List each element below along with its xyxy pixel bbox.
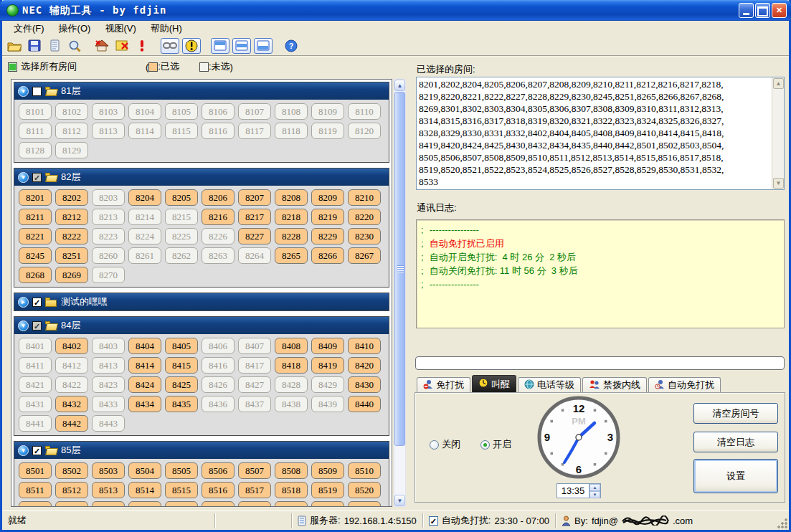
room-button[interactable]: 8505 (165, 462, 198, 479)
open-folder-icon[interactable] (6, 38, 23, 54)
room-button[interactable]: 8111 (19, 123, 52, 139)
room-button[interactable]: 8213 (92, 209, 125, 225)
room-button[interactable]: 8261 (128, 247, 161, 264)
room-panel-scrollbar[interactable]: ▲ ▼ (394, 79, 406, 507)
room-button[interactable]: 8218 (275, 209, 308, 225)
room-button[interactable]: 8508 (275, 462, 308, 479)
room-button[interactable]: 8434 (128, 396, 161, 412)
menu-view[interactable]: 视图(V) (98, 21, 143, 37)
room-button[interactable]: 8118 (275, 123, 308, 139)
room-button[interactable]: 8108 (275, 103, 308, 120)
room-button[interactable]: 8403 (92, 338, 125, 354)
clear-rooms-button[interactable]: 清空房间号 (693, 403, 778, 424)
selected-rooms-scrollbar[interactable]: ▲ ▼ (772, 77, 784, 189)
room-button[interactable]: 8201 (19, 189, 52, 206)
room-button[interactable]: 8208 (275, 189, 308, 206)
room-button[interactable]: 8119 (311, 123, 344, 139)
room-button[interactable]: 8442 (55, 415, 88, 432)
room-button[interactable]: 8440 (348, 396, 381, 412)
room-button[interactable]: 8425 (165, 376, 198, 393)
home-clear-icon[interactable] (93, 38, 110, 54)
comm-log-box[interactable]: ;----------------;自动免打扰已启用;自动开启免打扰: 4 时 … (416, 219, 785, 328)
room-button[interactable]: 8204 (128, 189, 161, 206)
room-button[interactable]: 8503 (92, 462, 125, 479)
room-button[interactable]: 8401 (19, 338, 52, 354)
search-icon[interactable] (66, 38, 83, 54)
room-button[interactable]: 8115 (165, 123, 198, 139)
room-button[interactable]: 8407 (238, 338, 271, 354)
room-button[interactable]: 8110 (348, 103, 381, 120)
room-button[interactable]: 8103 (92, 103, 125, 120)
room-button[interactable]: 8423 (92, 376, 125, 393)
room-button[interactable]: 8415 (165, 357, 198, 374)
room-button[interactable]: 8424 (128, 376, 161, 393)
room-button[interactable]: 8435 (165, 396, 198, 412)
note-clear-icon[interactable] (113, 38, 131, 54)
room-button[interactable]: 8219 (311, 209, 344, 225)
room-button[interactable]: 8251 (55, 247, 88, 264)
room-button[interactable]: 8443 (92, 415, 125, 432)
clear-log-button[interactable]: 清空日志 (693, 432, 778, 452)
room-button[interactable]: 8107 (238, 103, 271, 120)
tab-level[interactable]: 电话等级 (518, 377, 581, 392)
room-button[interactable]: 8417 (238, 357, 271, 374)
room-button[interactable]: 8438 (275, 396, 308, 412)
room-button[interactable]: 8269 (55, 267, 88, 283)
spin-down-button[interactable]: ▼ (589, 491, 600, 498)
room-button[interactable]: 8510 (348, 462, 381, 479)
room-button[interactable]: 8502 (55, 462, 88, 479)
room-button[interactable]: 8530 (348, 501, 381, 507)
room-button[interactable]: 8406 (202, 338, 235, 354)
spin-up-button[interactable]: ▲ (589, 484, 600, 491)
room-button[interactable]: 8523 (92, 501, 125, 507)
room-button[interactable]: 8519 (311, 482, 344, 498)
room-button[interactable]: 8512 (55, 482, 88, 498)
menu-help[interactable]: 帮助(H) (143, 21, 189, 37)
room-button[interactable]: 8263 (202, 247, 235, 264)
room-button[interactable]: 8517 (238, 482, 271, 498)
room-button[interactable]: 8518 (275, 482, 308, 498)
room-button[interactable]: 8114 (128, 123, 161, 139)
layout-top-icon[interactable] (211, 38, 229, 54)
collapse-icon[interactable]: ▼ (18, 320, 29, 331)
radio-on-circle[interactable] (480, 440, 490, 450)
scroll-thumb[interactable] (394, 92, 405, 446)
floor-checkbox[interactable] (32, 87, 42, 96)
room-button[interactable]: 8511 (19, 482, 52, 498)
room-button[interactable]: 8205 (165, 189, 198, 206)
wake-time-spinner[interactable]: 13:35 ▲▼ (556, 483, 601, 498)
room-button[interactable]: 8128 (19, 142, 52, 158)
menu-operate[interactable]: 操作(O) (52, 21, 98, 37)
log-document-icon[interactable] (46, 38, 63, 54)
scroll-down-button[interactable]: ▼ (773, 178, 784, 189)
room-button[interactable]: 8404 (128, 338, 161, 354)
help-icon[interactable]: ? (283, 38, 300, 54)
settings-button[interactable]: 设置 (693, 459, 778, 493)
resize-grip[interactable] (777, 518, 789, 530)
room-button[interactable]: 8405 (165, 338, 198, 354)
tab-wake[interactable]: 叫醒 (472, 375, 516, 392)
scroll-up-button[interactable]: ▲ (773, 78, 784, 89)
tab-dnd[interactable]: 免打扰 (417, 377, 470, 392)
room-button[interactable]: 8228 (275, 228, 308, 244)
room-button[interactable]: 8267 (348, 247, 381, 264)
save-icon[interactable] (26, 38, 43, 54)
tab-autodnd[interactable]: 自动免打扰 (648, 377, 721, 392)
radio-off[interactable]: 关闭 (430, 438, 460, 451)
room-button[interactable]: 8222 (55, 228, 88, 244)
room-button[interactable]: 8441 (19, 415, 52, 432)
room-button[interactable]: 8112 (55, 123, 88, 139)
room-button[interactable]: 8426 (202, 376, 235, 393)
room-button[interactable]: 8410 (348, 338, 381, 354)
room-button[interactable]: 8430 (348, 376, 381, 393)
room-button[interactable]: 8409 (311, 338, 344, 354)
collapse-icon[interactable]: ▼ (18, 86, 29, 97)
floor-checkbox[interactable]: ✓ (32, 321, 42, 331)
room-button[interactable]: 8527 (238, 501, 271, 507)
layout-bottom-icon[interactable] (254, 38, 273, 54)
room-button[interactable]: 8203 (92, 189, 125, 206)
room-button[interactable]: 8229 (311, 228, 344, 244)
room-button[interactable]: 8514 (128, 482, 161, 498)
room-button[interactable]: 8509 (311, 462, 344, 479)
room-button[interactable]: 8526 (202, 501, 235, 507)
